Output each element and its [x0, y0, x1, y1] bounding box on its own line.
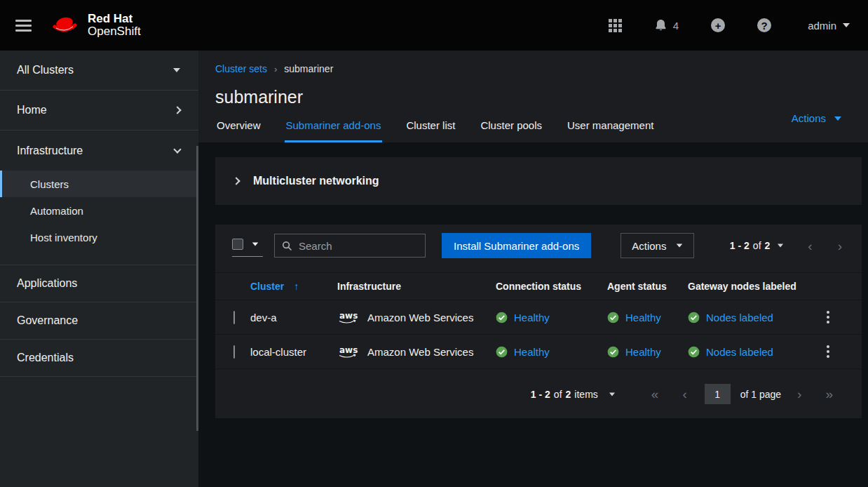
- pagination-of: of: [554, 389, 562, 400]
- check-circle-icon: [496, 346, 508, 358]
- sidebar-item-infrastructure[interactable]: Infrastructure: [0, 131, 198, 171]
- sidebar-item-clusters[interactable]: Clusters: [0, 171, 198, 197]
- page-title: submariner: [215, 85, 851, 109]
- tab-submariner-add-ons[interactable]: Submariner add-ons: [285, 118, 383, 142]
- sidebar-item-automation[interactable]: Automation: [0, 197, 198, 224]
- caret-down-icon: [609, 392, 615, 396]
- aws-icon: aws: [337, 310, 360, 325]
- page-header: Cluster sets › submariner submariner Act…: [198, 51, 868, 142]
- perspective-label: All Clusters: [17, 64, 74, 76]
- sidebar-item-label: Applications: [17, 277, 77, 290]
- infrastructure-provider: Amazon Web Services: [367, 346, 473, 358]
- column-header-infrastructure[interactable]: Infrastructure: [337, 273, 496, 300]
- gateway-nodes-link[interactable]: Nodes labeled: [706, 312, 773, 323]
- chevron-down-icon: [173, 145, 181, 153]
- sidebar-item-label: Home: [17, 104, 47, 116]
- section-title: Multicluster networking: [253, 175, 379, 187]
- sidebar-item-applications[interactable]: Applications: [0, 265, 198, 302]
- items-per-page-dropdown[interactable]: 1 - 2 of 2 items: [531, 389, 616, 400]
- caret-down-icon[interactable]: [778, 244, 783, 248]
- sidebar-item-home[interactable]: Home: [0, 91, 198, 131]
- tab-user-management[interactable]: User management: [566, 118, 655, 142]
- tab-cluster-pools[interactable]: Cluster pools: [479, 118, 543, 142]
- column-header-connection-status[interactable]: Connection status: [496, 273, 607, 300]
- column-header-gateway-nodes[interactable]: Gateway nodes labeled: [688, 273, 821, 300]
- notification-count: 4: [673, 20, 679, 32]
- row-kebab-menu-icon[interactable]: [821, 308, 835, 326]
- first-page-icon[interactable]: «: [649, 387, 662, 401]
- prev-page-icon[interactable]: ‹: [805, 239, 815, 253]
- caret-down-icon: [677, 244, 683, 247]
- user-menu[interactable]: admin: [808, 20, 850, 32]
- connection-status-link[interactable]: Healthy: [514, 312, 550, 323]
- install-submariner-addons-button[interactable]: Install Submariner add-ons: [442, 233, 591, 258]
- table-toolbar: Install Submariner add-ons Actions 1 - 2…: [215, 225, 862, 272]
- main-content: Cluster sets › submariner submariner Act…: [198, 51, 868, 487]
- help-button[interactable]: ?: [757, 18, 771, 32]
- expand-toggle-button[interactable]: [231, 175, 242, 187]
- sidebar-item-host-inventory[interactable]: Host inventory: [0, 224, 198, 251]
- agent-status-link[interactable]: Healthy: [625, 312, 661, 323]
- tab-bar: Overview Submariner add-ons Cluster list…: [215, 118, 851, 142]
- search-input[interactable]: [299, 240, 418, 252]
- row-checkbox[interactable]: [233, 311, 235, 324]
- app-launcher-grid-icon[interactable]: [609, 19, 622, 32]
- sidebar-item-label: Infrastructure: [17, 145, 83, 157]
- table-header-row: Cluster↑ Infrastructure Connection statu…: [215, 273, 862, 300]
- notifications-button[interactable]: 4: [654, 18, 679, 32]
- search-icon: [282, 241, 292, 251]
- check-circle-icon: [688, 312, 700, 323]
- check-circle-icon: [607, 312, 619, 323]
- tab-cluster-list[interactable]: Cluster list: [405, 118, 456, 142]
- breadcrumb-current: submariner: [284, 63, 333, 74]
- sidebar-item-label: Governance: [17, 314, 78, 327]
- question-circle-icon: ?: [757, 18, 771, 32]
- brand-name-bottom: OpenShift: [88, 25, 141, 38]
- sidebar-item-governance[interactable]: Governance: [0, 302, 198, 340]
- connection-status-link[interactable]: Healthy: [514, 346, 550, 358]
- chevron-down-icon: [843, 23, 850, 27]
- table-actions-dropdown[interactable]: Actions: [621, 233, 694, 258]
- column-header-agent-status[interactable]: Agent status: [607, 273, 688, 300]
- table-actions-label: Actions: [632, 240, 666, 252]
- last-page-icon[interactable]: »: [822, 387, 836, 401]
- sidebar-subitem-label: Clusters: [30, 178, 69, 190]
- tab-overview[interactable]: Overview: [215, 118, 262, 142]
- perspective-switcher-all-clusters[interactable]: All Clusters: [0, 51, 198, 91]
- check-circle-icon: [496, 312, 508, 323]
- sidebar-group-infrastructure: Infrastructure Clusters Automation Host …: [0, 131, 198, 265]
- breadcrumb-link-cluster-sets[interactable]: Cluster sets: [215, 63, 267, 74]
- cluster-name: local-cluster: [250, 335, 337, 369]
- table-row: dev-a aws: [215, 300, 862, 335]
- content-area: Multicluster networking: [198, 142, 868, 487]
- gateway-nodes-link[interactable]: Nodes labeled: [706, 346, 773, 358]
- breadcrumb: Cluster sets › submariner: [215, 63, 851, 74]
- sidebar-scrollbar[interactable]: [196, 146, 198, 431]
- page-actions-dropdown[interactable]: Actions: [792, 112, 841, 124]
- aws-icon: aws: [337, 345, 360, 359]
- submariner-addons-card: Install Submariner add-ons Actions 1 - 2…: [215, 225, 862, 418]
- row-kebab-menu-icon[interactable]: [821, 342, 835, 361]
- search-box: [274, 234, 426, 258]
- prev-page-icon[interactable]: ‹: [679, 387, 689, 401]
- sidebar-item-label: Credentials: [17, 352, 74, 364]
- bulk-select-checkbox[interactable]: [232, 239, 243, 250]
- sidebar: All Clusters Home Infrastructure Cluster…: [0, 51, 198, 487]
- pagination-of: of: [753, 240, 761, 251]
- next-page-icon[interactable]: ›: [794, 387, 804, 401]
- check-circle-icon: [607, 346, 619, 358]
- column-header-cluster[interactable]: Cluster↑: [250, 273, 337, 300]
- create-button[interactable]: +: [711, 18, 725, 32]
- check-circle-icon: [688, 346, 700, 358]
- page-count-label: of 1 page: [740, 389, 781, 400]
- agent-status-link[interactable]: Healthy: [625, 346, 661, 358]
- next-page-icon[interactable]: ›: [835, 239, 845, 253]
- row-checkbox[interactable]: [233, 345, 235, 359]
- svg-text:aws: aws: [339, 311, 358, 321]
- sidebar-item-credentials[interactable]: Credentials: [0, 340, 198, 377]
- bulk-select-dropdown[interactable]: [232, 234, 263, 257]
- pagination-range: 1 - 2: [531, 389, 550, 400]
- current-page-input[interactable]: [705, 384, 731, 404]
- svg-text:aws: aws: [339, 345, 358, 355]
- nav-toggle-hamburger-icon[interactable]: [13, 15, 34, 36]
